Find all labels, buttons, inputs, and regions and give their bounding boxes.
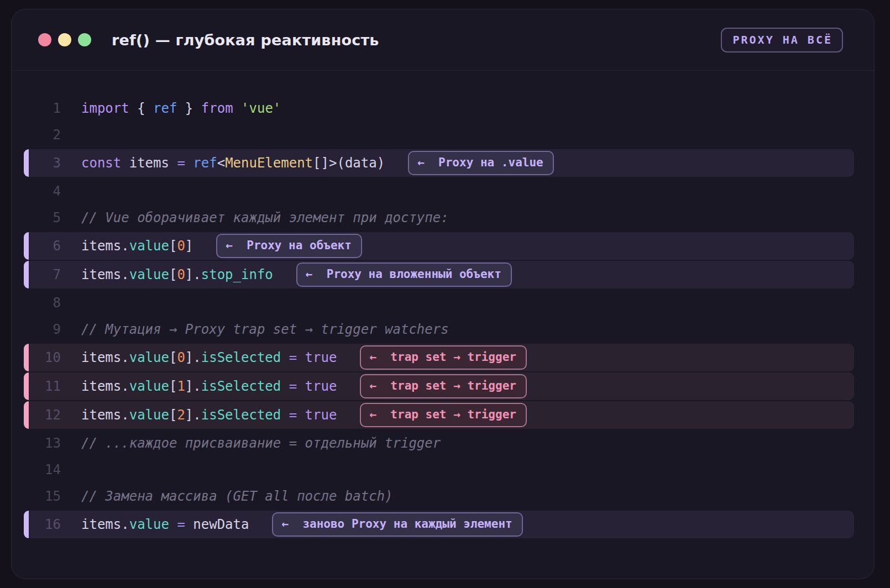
maximize-window-icon[interactable]	[78, 33, 91, 46]
token-property: value	[129, 238, 169, 254]
close-window-icon[interactable]	[38, 33, 51, 46]
code-line-6: 6items.value[0]← Proxy на объект	[24, 232, 854, 260]
gutter-spacer	[24, 483, 29, 510]
token-plain: items.	[81, 517, 129, 532]
code-line-1: 1import { ref } from 'vue'	[24, 95, 854, 122]
line-number: 10	[29, 350, 61, 365]
highlight-bar	[24, 261, 29, 288]
annotation-badge: ← Proxy на вложенный объект	[296, 262, 512, 287]
gutter-spacer	[24, 204, 29, 231]
token-comment: // Мутация → Proxy trap set → trigger wa…	[81, 322, 449, 337]
token-plain	[185, 155, 193, 171]
token-plain: items.	[81, 238, 129, 254]
token-plain: ].	[185, 379, 201, 394]
token-property: value	[129, 517, 169, 532]
annotation-badge: ← Proxy на объект	[216, 234, 362, 258]
token-plain: [	[169, 379, 177, 394]
code-editor: 1import { ref } from 'vue'23const items …	[12, 71, 874, 579]
token-number: 0	[177, 238, 185, 254]
highlight-bar	[24, 401, 29, 429]
window-title: ref() — глубокая реактивность	[112, 32, 379, 49]
annotation-badge: ← trap set → trigger	[360, 374, 527, 398]
token-plain: }	[177, 101, 201, 116]
line-number: 9	[29, 322, 61, 337]
code-text: items.value[2].isSelected = true	[81, 407, 337, 423]
token-plain	[169, 517, 177, 532]
token-keyword: import	[81, 101, 129, 116]
gutter-spacer	[24, 430, 29, 456]
header-badge: PROXY НА ВСЁ	[721, 28, 844, 53]
code-text: // Мутация → Proxy trap set → trigger wa…	[81, 322, 449, 337]
code-text: items.value[0].isSelected = true	[81, 350, 337, 365]
token-property: value	[129, 267, 169, 282]
token-operator: =	[289, 379, 297, 394]
token-plain: <	[217, 155, 225, 171]
token-plain: items.	[81, 267, 129, 282]
highlight-bar	[24, 149, 29, 177]
token-plain: ].	[185, 350, 201, 365]
code-line-12: 12items.value[2].isSelected = true← trap…	[24, 401, 854, 429]
line-number: 13	[29, 435, 61, 451]
code-line-5: 5// Vue оборачивает каждый элемент при д…	[24, 204, 854, 231]
gutter-spacer	[24, 178, 29, 204]
token-plain	[281, 407, 289, 423]
token-number: 1	[177, 379, 185, 394]
token-operator: =	[289, 407, 297, 423]
gutter-spacer	[24, 456, 29, 483]
token-number: 0	[177, 350, 185, 365]
editor-window: ref() — глубокая реактивность PROXY НА В…	[11, 9, 875, 579]
code-line-8: 8	[24, 290, 854, 316]
token-plain: ].	[185, 267, 201, 282]
title-bar: ref() — глубокая реактивность PROXY НА В…	[12, 9, 874, 71]
highlight-bar	[24, 511, 29, 538]
gutter-spacer	[24, 290, 29, 316]
token-keyword: true	[297, 350, 337, 365]
line-number: 7	[29, 267, 61, 282]
code-text: items.value = newData	[81, 517, 249, 532]
token-keyword: true	[297, 407, 337, 423]
code-text: import { ref } from 'vue'	[81, 101, 281, 116]
token-keyword: true	[297, 379, 337, 394]
code-line-2: 2	[24, 122, 854, 148]
token-plain: ].	[185, 407, 201, 423]
token-plain: []>(data)	[313, 155, 385, 171]
code-line-11: 11items.value[1].isSelected = true← trap…	[24, 372, 854, 400]
code-line-14: 14	[24, 456, 854, 483]
token-number: 2	[177, 407, 185, 423]
token-property: stop_info	[201, 267, 273, 282]
token-plain: [	[169, 238, 177, 254]
token-plain: [	[169, 407, 177, 423]
gutter-spacer	[24, 316, 29, 343]
highlight-bar	[24, 344, 29, 371]
token-string: 'vue'	[233, 101, 281, 116]
token-function: ref	[153, 101, 177, 116]
token-comment: // Vue оборачивает каждый элемент при до…	[81, 210, 449, 225]
line-number: 6	[29, 238, 61, 254]
token-keyword: const	[81, 155, 121, 171]
code-text: const items = ref<MenuElement[]>(data)	[81, 155, 385, 171]
code-text: // Замена массива (GET all после batch)	[81, 489, 393, 504]
code-line-13: 13// ...каждое присваивание = отдельный …	[24, 430, 854, 456]
highlight-bar	[24, 372, 29, 400]
annotation-badge: ← trap set → trigger	[360, 345, 527, 370]
token-plain: newData	[185, 517, 249, 532]
code-text: items.value[0]	[81, 238, 193, 254]
code-line-10: 10items.value[0].isSelected = true← trap…	[24, 344, 854, 371]
token-type: MenuElement	[225, 155, 313, 171]
token-plain: items	[121, 155, 177, 171]
line-number: 16	[29, 517, 61, 532]
line-number: 12	[29, 407, 61, 423]
token-plain: items.	[81, 379, 129, 394]
token-plain: {	[129, 101, 153, 116]
code-line-4: 4	[24, 178, 854, 204]
highlight-bar	[24, 232, 29, 260]
annotation-badge: ← заново Proxy на каждый элемент	[272, 512, 522, 537]
minimize-window-icon[interactable]	[58, 33, 71, 46]
line-number: 15	[29, 489, 61, 504]
line-number: 8	[29, 295, 61, 311]
token-keyword: from	[201, 101, 233, 116]
line-number: 4	[29, 183, 61, 199]
code-line-9: 9// Мутация → Proxy trap set → trigger w…	[24, 316, 854, 343]
token-comment: // Замена массива (GET all после batch)	[81, 489, 393, 504]
line-number: 3	[29, 155, 61, 171]
